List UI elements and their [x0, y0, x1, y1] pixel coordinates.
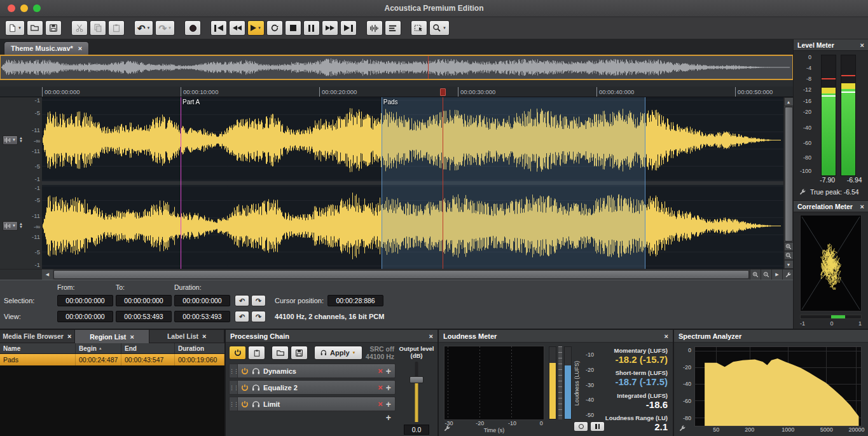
selection-tool-button[interactable]	[411, 20, 427, 36]
tab-media-file-browser[interactable]: Media File Browser ×	[0, 330, 75, 343]
column-header-name[interactable]: Name	[0, 343, 76, 353]
plugin-power-icon[interactable]	[241, 384, 249, 392]
horizontal-scroll-track[interactable]	[53, 269, 750, 280]
view-from-field[interactable]: 00:00:00:000	[57, 311, 113, 322]
new-file-button[interactable]: ▼	[5, 20, 25, 36]
headphones-icon[interactable]	[252, 400, 260, 407]
marker-part-a[interactable]: Part A	[181, 97, 181, 269]
tab-close-icon[interactable]: ×	[78, 44, 82, 52]
plugin-row-limit[interactable]: ⋮⋮ Limit × +	[229, 397, 396, 411]
close-panel-icon[interactable]: ×	[860, 203, 864, 210]
selection-to-field[interactable]: 00:00:00:000	[116, 295, 172, 306]
column-header-end[interactable]: End	[121, 343, 175, 353]
cursor-position-field[interactable]: 00:00:28:886	[327, 295, 383, 306]
scroll-left-button[interactable]: ◀	[42, 269, 53, 280]
drag-handle-icon[interactable]: ⋮⋮	[230, 397, 238, 411]
column-header-duration[interactable]: Duration	[175, 343, 224, 353]
headphones-icon[interactable]	[252, 384, 260, 391]
overview-waveform[interactable]	[0, 55, 793, 80]
view-redo-button[interactable]: ↷	[251, 311, 266, 322]
output-level-slider[interactable]	[410, 362, 424, 422]
table-row[interactable]: Pads 00:00:24:487 00:00:43:547 00:00:19:…	[0, 354, 224, 365]
paste-button[interactable]	[108, 20, 125, 36]
drag-handle-icon[interactable]: ⋮⋮	[230, 381, 238, 394]
tab-close-icon[interactable]: ×	[130, 333, 134, 341]
tab-region-list[interactable]: Region List ×	[75, 330, 150, 343]
drag-handle-icon[interactable]: ⋮⋮	[230, 364, 238, 378]
stop-button[interactable]	[285, 20, 301, 36]
marker-pads[interactable]: Pads	[382, 97, 382, 269]
view-to-field[interactable]: 00:00:53:493	[116, 311, 172, 322]
minimize-window-button[interactable]	[20, 4, 28, 12]
remove-plugin-icon[interactable]: ×	[378, 367, 383, 375]
plugin-row-dynamics[interactable]: ⋮⋮ Dynamics × +	[229, 364, 396, 378]
headphones-icon[interactable]	[252, 367, 260, 374]
vertical-scroll-thumb[interactable]	[785, 107, 793, 242]
vertical-scrollbar[interactable]: ▲ ▼	[783, 97, 793, 269]
view-undo-button[interactable]: ↶	[235, 311, 249, 322]
channel2-options-button[interactable]: ▼	[3, 221, 18, 231]
selection-duration-field[interactable]: 00:00:00:000	[174, 295, 230, 306]
chain-save-button[interactable]	[291, 346, 308, 360]
vertical-zoom-in-button[interactable]	[784, 242, 794, 251]
plugin-power-icon[interactable]	[241, 367, 249, 375]
scrub-tool-button[interactable]	[366, 20, 383, 36]
copy-button[interactable]	[90, 20, 106, 36]
close-panel-icon[interactable]: ×	[429, 332, 433, 340]
rewind-button[interactable]	[229, 20, 245, 36]
play-button[interactable]: ▼	[247, 20, 265, 36]
output-level-value[interactable]: 0.0	[404, 425, 429, 435]
horizontal-scrollbar[interactable]: ◀ ▶	[0, 269, 793, 280]
selection-region[interactable]	[382, 97, 645, 269]
selection-undo-button[interactable]: ↶	[235, 295, 249, 306]
view-settings-button[interactable]	[782, 269, 793, 280]
scroll-right-button[interactable]: ▶	[771, 269, 782, 280]
add-plugin-icon[interactable]: +	[386, 400, 391, 409]
zoom-window-button[interactable]	[33, 4, 41, 12]
loop-playback-button[interactable]	[266, 20, 283, 36]
vertical-zoom-out-button[interactable]	[784, 251, 794, 260]
loudness-reset-button[interactable]	[574, 421, 588, 432]
record-button[interactable]	[184, 20, 201, 36]
list-view-button[interactable]	[385, 20, 401, 36]
undo-button[interactable]: ↶ ▼	[134, 20, 154, 36]
plugin-row-equalize[interactable]: ⋮⋮ Equalize 2 × +	[229, 380, 396, 395]
horizontal-scroll-thumb[interactable]	[53, 270, 749, 279]
chain-open-button[interactable]	[272, 346, 289, 360]
add-plugin-icon[interactable]: +	[386, 383, 391, 392]
column-header-begin[interactable]: Begin▲	[76, 343, 121, 353]
go-to-end-button[interactable]	[340, 20, 357, 36]
channel1-options-button[interactable]: ▼	[3, 135, 18, 145]
loudness-settings-button[interactable]	[443, 425, 451, 433]
playhead-handle[interactable]	[440, 88, 446, 96]
wrench-icon[interactable]	[799, 188, 806, 196]
save-file-button[interactable]	[45, 20, 62, 36]
scroll-up-button[interactable]: ▲	[784, 97, 794, 106]
close-window-button[interactable]	[8, 4, 15, 12]
horizontal-zoom-in-button[interactable]	[750, 269, 761, 280]
pause-button[interactable]	[303, 20, 320, 36]
selection-from-field[interactable]: 00:00:00:000	[57, 295, 113, 306]
fast-forward-button[interactable]	[322, 20, 338, 36]
close-panel-icon[interactable]: ×	[860, 41, 864, 49]
selection-redo-button[interactable]: ↷	[251, 295, 266, 306]
remove-plugin-icon[interactable]: ×	[378, 383, 383, 392]
tab-close-icon[interactable]: ×	[67, 332, 71, 340]
append-plugin-icon[interactable]: +	[386, 413, 391, 422]
open-file-button[interactable]	[27, 20, 43, 36]
waveform-display[interactable]: Part A Pads	[42, 97, 783, 269]
timeline-ruler[interactable]: 00:00:00:000 00:00:10:000 00:00:20:000 0…	[42, 86, 783, 97]
plugin-power-icon[interactable]	[241, 400, 249, 408]
tab-close-icon[interactable]: ×	[202, 332, 206, 340]
horizontal-zoom-out-button[interactable]	[761, 269, 771, 280]
slider-handle[interactable]	[410, 376, 424, 383]
go-to-start-button[interactable]	[210, 20, 227, 36]
zoom-tool-button[interactable]: ▼	[429, 20, 450, 36]
cut-button[interactable]	[71, 20, 88, 36]
apply-button[interactable]: Apply ▼	[314, 346, 362, 360]
add-plugin-icon[interactable]: +	[386, 367, 391, 376]
close-panel-icon[interactable]: ×	[665, 332, 668, 340]
redo-button[interactable]: ↷ ▼	[155, 20, 175, 36]
remove-plugin-icon[interactable]: ×	[378, 400, 383, 408]
chain-clipboard-button[interactable]	[248, 346, 265, 360]
